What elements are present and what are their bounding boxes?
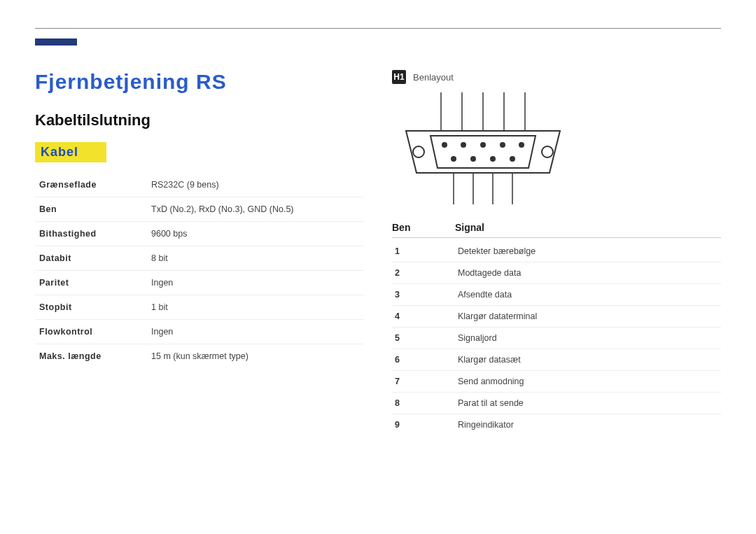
spec-value: 9600 bps bbox=[147, 222, 364, 246]
spec-label: Bithastighed bbox=[35, 222, 147, 246]
spec-value: Ingen bbox=[147, 271, 364, 295]
signal-pin: 1 bbox=[392, 241, 455, 262]
cable-section-heading: Kabeltilslutning bbox=[35, 111, 364, 129]
right-column: H1 Benlayout bbox=[392, 70, 721, 435]
signal-name: Modtagede data bbox=[455, 262, 721, 283]
svg-point-9 bbox=[480, 142, 486, 148]
svg-point-6 bbox=[542, 146, 553, 157]
signal-name: Afsendte data bbox=[455, 284, 721, 305]
db9-connector-figure bbox=[392, 92, 721, 204]
spec-row: Stopbit 1 bit bbox=[35, 295, 364, 320]
spec-row: Ben TxD (No.2), RxD (No.3), GND (No.5) bbox=[35, 197, 364, 222]
signal-name: Send anmodning bbox=[455, 371, 721, 392]
svg-point-14 bbox=[490, 156, 496, 162]
signal-row: 4 Klargør dataterminal bbox=[392, 306, 721, 328]
spec-label: Databit bbox=[35, 246, 147, 270]
pin-layout-label-row: H1 Benlayout bbox=[392, 70, 721, 84]
signal-name: Signaljord bbox=[455, 328, 721, 349]
spec-value: Ingen bbox=[147, 320, 364, 344]
spec-row: Grænseflade RS232C (9 bens) bbox=[35, 173, 364, 197]
spec-label: Ben bbox=[35, 197, 147, 221]
signal-pin: 4 bbox=[392, 306, 455, 327]
cable-subheading: Kabel bbox=[35, 142, 106, 162]
signal-name: Klargør datasæt bbox=[455, 349, 721, 370]
spec-value: 1 bit bbox=[147, 295, 364, 319]
signal-name: Ringeindikator bbox=[455, 414, 721, 435]
spec-row: Bithastighed 9600 bps bbox=[35, 222, 364, 246]
signal-row: 6 Klargør datasæt bbox=[392, 349, 721, 371]
spec-label: Grænseflade bbox=[35, 173, 147, 197]
signal-row: 2 Modtagede data bbox=[392, 262, 721, 284]
spec-label: Paritet bbox=[35, 271, 147, 295]
spec-value: TxD (No.2), RxD (No.3), GND (No.5) bbox=[147, 197, 364, 221]
signal-name: Detekter bærebølge bbox=[455, 241, 721, 262]
spec-value: RS232C (9 bens) bbox=[147, 173, 364, 197]
signal-pin: 5 bbox=[392, 328, 455, 349]
svg-point-12 bbox=[451, 156, 456, 162]
spec-label: Maks. længde bbox=[35, 344, 147, 368]
svg-point-8 bbox=[461, 142, 466, 148]
signal-name: Parat til at sende bbox=[455, 393, 721, 414]
signal-pin: 8 bbox=[392, 393, 455, 414]
spec-row: Flowkontrol Ingen bbox=[35, 320, 364, 344]
signal-name: Klargør dataterminal bbox=[455, 306, 721, 327]
spec-row: Databit 8 bit bbox=[35, 246, 364, 271]
svg-point-13 bbox=[470, 156, 476, 162]
svg-point-10 bbox=[500, 142, 505, 148]
top-accent-bar bbox=[35, 38, 77, 45]
signal-pin: 2 bbox=[392, 262, 455, 283]
spec-value: 15 m (kun skærmet type) bbox=[147, 344, 364, 368]
signal-header-signal: Signal bbox=[455, 222, 721, 233]
spec-table: Grænseflade RS232C (9 bens) Ben TxD (No.… bbox=[35, 173, 364, 368]
svg-point-15 bbox=[510, 156, 515, 162]
svg-point-5 bbox=[413, 146, 424, 157]
pin-layout-key: H1 bbox=[392, 70, 406, 84]
signal-pin: 7 bbox=[392, 371, 455, 392]
signal-header-pin: Ben bbox=[392, 222, 455, 233]
signal-row: 9 Ringeindikator bbox=[392, 414, 721, 435]
spec-label: Flowkontrol bbox=[35, 320, 147, 344]
signal-table: 1 Detekter bærebølge 2 Modtagede data 3 … bbox=[392, 241, 721, 435]
spec-value: 8 bit bbox=[147, 246, 364, 270]
pin-layout-text: Benlayout bbox=[413, 72, 454, 83]
signal-row: 3 Afsendte data bbox=[392, 284, 721, 306]
signal-row: 5 Signaljord bbox=[392, 328, 721, 349]
spec-row: Maks. længde 15 m (kun skærmet type) bbox=[35, 344, 364, 368]
signal-row: 7 Send anmodning bbox=[392, 371, 721, 393]
signal-table-header: Ben Signal bbox=[392, 222, 721, 238]
page-title: Fjernbetjening RS bbox=[35, 70, 364, 94]
top-divider bbox=[35, 28, 721, 29]
signal-pin: 3 bbox=[392, 284, 455, 305]
db9-connector-icon bbox=[392, 92, 574, 204]
spec-label: Stopbit bbox=[35, 295, 147, 319]
svg-point-11 bbox=[519, 142, 524, 148]
spec-row: Paritet Ingen bbox=[35, 271, 364, 295]
signal-pin: 9 bbox=[392, 414, 455, 435]
signal-row: 1 Detekter bærebølge bbox=[392, 241, 721, 262]
svg-point-7 bbox=[442, 142, 447, 148]
signal-row: 8 Parat til at sende bbox=[392, 393, 721, 414]
signal-pin: 6 bbox=[392, 349, 455, 370]
left-column: Fjernbetjening RS Kabeltilslutning Kabel… bbox=[35, 70, 364, 435]
